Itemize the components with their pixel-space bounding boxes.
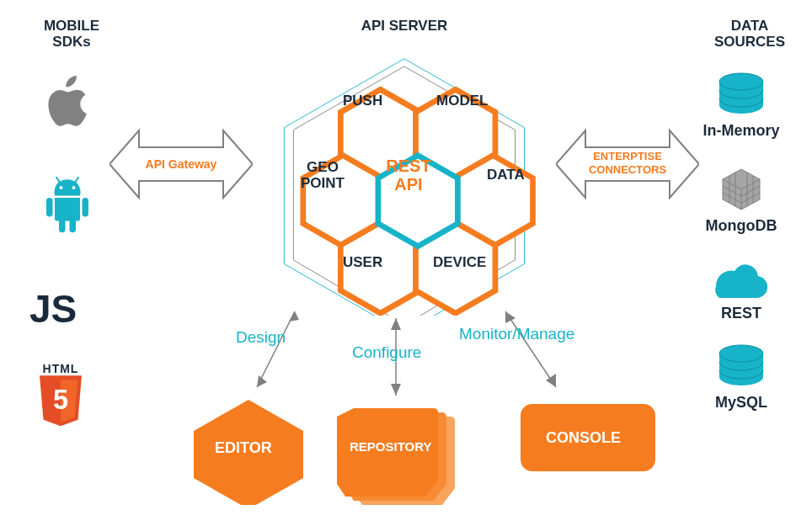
- hex-geo-label: GEO POINT: [293, 160, 352, 191]
- hex-push-label: PUSH: [343, 93, 382, 109]
- apple-icon: [42, 76, 93, 133]
- html5-icon: HTML 5: [35, 362, 86, 436]
- repository-shape: [337, 404, 472, 513]
- js-icon: JS: [29, 286, 77, 332]
- svg-marker-8: [391, 318, 401, 330]
- svg-marker-5: [289, 311, 299, 321]
- monitor-label: Monitor/Manage: [459, 325, 574, 343]
- hex-user-label: USER: [343, 254, 382, 271]
- rest-icon: [708, 259, 775, 301]
- mongodb-icon: [718, 164, 765, 211]
- repository-label: REPOSITORY: [350, 439, 432, 454]
- hex-model-label: MODEL: [436, 93, 488, 109]
- android-icon: [42, 177, 93, 236]
- console-label: CONSOLE: [546, 429, 621, 447]
- hex-device-label: DEVICE: [433, 254, 486, 271]
- svg-marker-11: [505, 311, 516, 323]
- html5-text: HTML: [35, 362, 86, 375]
- html5-number: 5: [53, 385, 68, 415]
- mysql-icon: [716, 343, 767, 390]
- configure-label: Configure: [352, 343, 421, 362]
- inmemory-icon: [716, 72, 767, 118]
- svg-line-4: [257, 311, 295, 387]
- editor-label: EDITOR: [215, 439, 272, 457]
- inmemory-label: In-Memory: [691, 122, 792, 140]
- svg-marker-12: [546, 374, 556, 387]
- mysql-label: MySQL: [691, 394, 792, 412]
- hex-data-label: DATA: [487, 167, 525, 183]
- design-arrow: [240, 303, 307, 404]
- rest-label: REST: [691, 305, 792, 322]
- api-gateway-label: API Gateway: [131, 157, 232, 171]
- hex-center-label: REST API: [379, 157, 438, 194]
- header-api-server: API SERVER: [320, 19, 489, 35]
- header-mobile-sdks: MOBILE SDKs: [25, 19, 118, 50]
- monitor-arrow: [489, 303, 573, 404]
- header-data-sources: DATA SOURCES: [699, 19, 800, 50]
- enterprise-connectors-label: ENTERPTISE CONNECTORS: [581, 150, 674, 176]
- mongodb-label: MongoDB: [691, 217, 792, 235]
- design-label: Design: [236, 328, 286, 347]
- svg-line-10: [505, 311, 556, 387]
- svg-marker-9: [391, 384, 401, 396]
